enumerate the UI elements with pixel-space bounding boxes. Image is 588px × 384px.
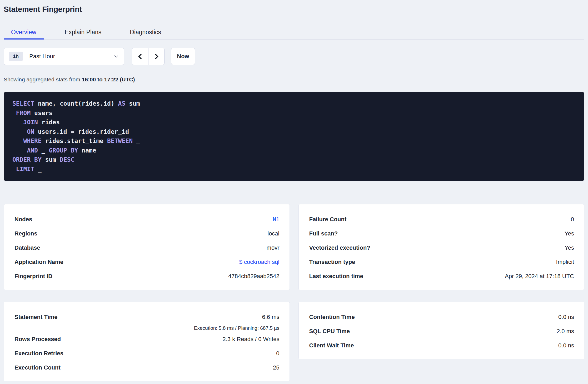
sql-text: _	[133, 137, 140, 144]
detail-label: Execution Retries	[14, 350, 63, 357]
execution-attributes-card: Failure Count0Full scan?YesVectorized ex…	[298, 204, 585, 290]
sql-text: rides	[38, 119, 60, 126]
wait-time-card: Contention Time0.0 nsSQL CPU Time2.0 msC…	[298, 302, 585, 359]
nodes-row: NodesN1	[14, 212, 280, 227]
sql-text: name, count(rides.id)	[34, 100, 118, 107]
tab-overview[interactable]: Overview	[4, 26, 44, 40]
detail-label: Vectorized execution?	[309, 244, 370, 251]
sql-keyword: GROUP BY	[49, 147, 78, 154]
sql-text	[12, 137, 23, 144]
sql-line: FROM users	[12, 109, 576, 118]
sql-line: ON users.id = rides.rider_id	[12, 127, 576, 137]
tab-diagnostics[interactable]: Diagnostics	[122, 26, 168, 40]
detail-value: 6.6 ms	[194, 310, 280, 324]
detail-label: Rows Processed	[14, 336, 61, 343]
detail-value: Implicit	[556, 259, 574, 265]
detail-value: 4784cb829aab2542	[228, 273, 280, 280]
detail-value: Apr 29, 2024 at 17:18 UTC	[505, 273, 574, 280]
rows-processed-row: Rows Processed2.3 k Reads / 0 Writes	[14, 332, 280, 346]
detail-label: SQL CPU Time	[309, 328, 350, 335]
execution-retries-row: Execution Retries0	[14, 346, 280, 361]
statement-time-row: Statement Time6.6 msExecution: 5.8 ms / …	[14, 310, 280, 332]
detail-label: Last execution time	[309, 273, 363, 280]
sql-keyword: AS	[118, 100, 126, 107]
detail-label: Execution Count	[14, 364, 61, 371]
failure-count-row: Failure Count0	[309, 212, 574, 227]
database-row: Databasemovr	[14, 241, 280, 255]
chevron-left-icon	[138, 53, 144, 59]
sql-keyword: SELECT	[12, 100, 34, 107]
application-name-link[interactable]: $ cockroach sql	[239, 259, 280, 265]
sql-line: WHERE rides.start_time BETWEEN _	[12, 136, 576, 146]
tab-explain-plans[interactable]: Explain Plans	[57, 26, 109, 40]
contention-time-row: Contention Time0.0 ns	[309, 310, 574, 324]
time-range-pager	[132, 48, 165, 65]
sql-text: users	[31, 110, 52, 116]
fingerprint-id-row: Fingerprint ID4784cb829aab2542	[14, 269, 280, 283]
sql-text	[12, 166, 16, 173]
detail-label: Nodes	[14, 216, 32, 223]
sql-text: sum	[42, 156, 60, 163]
sql-line: ORDER BY sum DESC	[12, 155, 576, 165]
sql-text: name	[78, 147, 96, 154]
sql-keyword: DESC	[60, 156, 74, 163]
detail-label: Failure Count	[309, 216, 347, 223]
sql-text: _	[38, 147, 49, 154]
sql-line: JOIN rides	[12, 118, 576, 127]
chevron-down-icon	[114, 53, 118, 58]
nodes-link[interactable]: N1	[273, 216, 279, 223]
sql-text: users.id = rides.rider_id	[34, 128, 129, 135]
sql-line: LIMIT _	[12, 165, 576, 174]
application-name-row: Application Name$ cockroach sql	[14, 255, 280, 269]
now-button[interactable]: Now	[171, 48, 195, 65]
vectorized-execution-row: Vectorized execution?Yes	[309, 241, 574, 255]
sql-text: rides.start_time	[42, 137, 107, 144]
detail-label: Regions	[14, 230, 37, 237]
tab-bar: OverviewExplain PlansDiagnostics	[4, 26, 584, 40]
sql-keyword: FROM	[16, 110, 31, 116]
detail-label: Client Wait Time	[309, 342, 354, 349]
detail-subvalue: Execution: 5.8 ms / Planning: 687.5 µs	[194, 324, 280, 332]
sql-text	[12, 128, 27, 135]
detail-value: 2.0 ms	[557, 328, 574, 335]
detail-value: 25	[273, 364, 279, 371]
sql-keyword: LIMIT	[16, 166, 34, 173]
time-range-label: Past Hour	[29, 53, 55, 60]
sql-text: sum	[125, 100, 140, 107]
detail-value: 2.3 k Reads / 0 Writes	[222, 336, 279, 343]
sql-line: SELECT name, count(rides.id) AS sum	[12, 99, 576, 109]
sql-keyword: BETWEEN	[107, 137, 133, 144]
page-title: Statement Fingerprint	[4, 5, 584, 14]
detail-value: 0.0 ns	[558, 314, 574, 321]
stats-range: 16:00 to 17:22 (UTC)	[82, 76, 135, 82]
full-scan-row: Full scan?Yes	[309, 227, 574, 241]
chevron-right-icon	[153, 53, 158, 59]
detail-value: Yes	[565, 244, 574, 251]
detail-label: Application Name	[14, 259, 63, 265]
time-toolbar: 1h Past Hour Now	[4, 48, 584, 65]
detail-value: 0	[276, 350, 279, 357]
sql-line: AND _ GROUP BY name	[12, 146, 576, 155]
sql-keyword: WHERE	[23, 137, 42, 144]
next-range-button[interactable]	[148, 48, 164, 65]
sql-text	[12, 147, 27, 154]
statement-fingerprint-page: Statement Fingerprint OverviewExplain Pl…	[0, 5, 588, 381]
detail-label: Transaction type	[309, 259, 355, 265]
statement-timing-card: Statement Time6.6 msExecution: 5.8 ms / …	[4, 302, 290, 381]
detail-value: 0	[571, 216, 574, 223]
overview-details-card: NodesN1RegionslocalDatabasemovrApplicati…	[4, 204, 290, 290]
client-wait-time-row: Client Wait Time0.0 ns	[309, 338, 574, 353]
sql-keyword: ON	[27, 128, 34, 135]
detail-label: Fingerprint ID	[14, 273, 52, 280]
stats-prefix: Showing aggregated stats from	[4, 76, 80, 82]
sql-text	[12, 110, 16, 116]
detail-label: Contention Time	[309, 314, 355, 321]
sql-keyword: JOIN	[23, 119, 38, 126]
time-interval-badge: 1h	[9, 52, 23, 61]
detail-value: movr	[267, 244, 280, 251]
detail-value: local	[267, 230, 279, 237]
sql-keyword: ORDER BY	[12, 156, 42, 163]
execution-count-row: Execution Count25	[14, 361, 280, 375]
prev-range-button[interactable]	[132, 48, 148, 65]
time-range-dropdown[interactable]: 1h Past Hour	[4, 48, 124, 65]
